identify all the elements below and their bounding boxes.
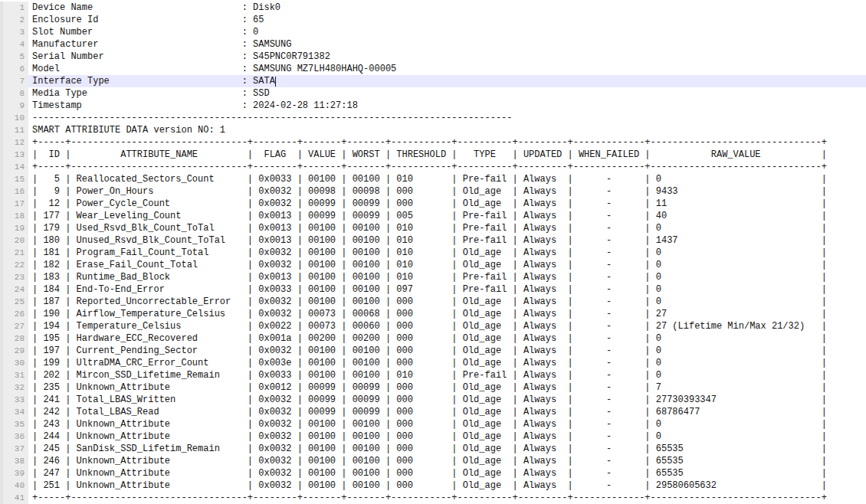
line-number[interactable]: 25	[0, 296, 28, 308]
line-number[interactable]: 10	[0, 112, 28, 124]
editor-line[interactable]: 34| 242 | Total_LBAS_Read | 0x0032 | 000…	[0, 406, 866, 418]
line-number[interactable]: 17	[0, 198, 28, 210]
line-text: +-----+--------------------------------+…	[28, 492, 866, 504]
editor-line[interactable]: 35| 243 | Unknown_Attribute | 0x0032 | 0…	[0, 418, 866, 430]
line-text: +-----+--------------------------------+…	[28, 136, 866, 149]
line-number[interactable]: 36	[0, 430, 28, 443]
editor-line-current[interactable]: 7Interface Type : SATA	[0, 75, 866, 87]
editor-line[interactable]: 9Timestamp : 2024-02-28 11:27:18	[0, 100, 866, 112]
editor-line[interactable]: 32| 235 | Unknown_Attribute | 0x0012 | 0…	[0, 381, 866, 394]
line-number[interactable]: 16	[0, 185, 28, 198]
line-number[interactable]: 28	[0, 332, 28, 345]
line-number[interactable]: 31	[0, 369, 28, 381]
line-text: | 12 | Power_Cycle_Count | 0x0032 | 0009…	[28, 198, 866, 210]
line-number[interactable]: 9	[0, 100, 28, 112]
editor-line[interactable]: 14+-----+-------------------------------…	[0, 161, 866, 173]
line-text: | 183 | Runtime_Bad_Block | 0x0013 | 001…	[28, 271, 866, 283]
line-number[interactable]: 35	[0, 418, 28, 430]
editor-line[interactable]: 26| 190 | Airflow_Temperature_Celsius | …	[0, 308, 866, 320]
line-number[interactable]: 24	[0, 283, 28, 296]
editor-line[interactable]: 21| 181 | Program_Fail_Count_Total | 0x0…	[0, 247, 866, 259]
line-text: SMART ATTRIBIUTE DATA version NO: 1	[28, 124, 866, 136]
line-text: | 180 | Unused_Rsvd_Blk_Count_ToTal | 0x…	[28, 234, 866, 247]
editor-line[interactable]: 27| 194 | Temperature_Celsius | 0x0022 |…	[0, 320, 866, 332]
line-number[interactable]: 30	[0, 357, 28, 369]
line-text: Device Name : Disk0	[28, 2, 866, 14]
editor-line[interactable]: 3Slot Number : 0	[0, 26, 866, 38]
editor-line[interactable]: 39| 247 | Unknown_Attribute | 0x0032 | 0…	[0, 467, 866, 479]
line-number[interactable]: 40	[0, 479, 28, 492]
editor-line[interactable]: 22| 182 | Erase_Fail_Count_Total | 0x003…	[0, 259, 866, 271]
line-number[interactable]: 21	[0, 247, 28, 259]
line-text: | 242 | Total_LBAS_Read | 0x0032 | 00099…	[28, 406, 866, 418]
line-number[interactable]: 6	[0, 63, 28, 75]
editor-line[interactable]: 38| 246 | Unknown_Attribute | 0x0032 | 0…	[0, 455, 866, 467]
editor-line[interactable]: 33| 241 | Total_LBAS_Written | 0x0032 | …	[0, 394, 866, 406]
line-number[interactable]: 5	[0, 51, 28, 63]
line-number[interactable]: 3	[0, 26, 28, 38]
editor-line[interactable]: 20| 180 | Unused_Rsvd_Blk_Count_ToTal | …	[0, 234, 866, 247]
line-text: | 199 | UltraDMA_CRC_Error_Count | 0x003…	[28, 357, 866, 369]
editor-line[interactable]: 23| 183 | Runtime_Bad_Block | 0x0013 | 0…	[0, 271, 866, 283]
editor-line[interactable]: 4Manufacturer : SAMSUNG	[0, 38, 866, 51]
editor-line[interactable]: 15| 5 | Reallocated_Sectors_Count | 0x00…	[0, 173, 866, 185]
line-number[interactable]: 1	[0, 2, 28, 14]
editor-line[interactable]: 13| ID | ATTRIBUTE_NAME | FLAG | VALUE |…	[0, 149, 866, 161]
line-number[interactable]: 18	[0, 210, 28, 222]
editor-line[interactable]: 31| 202 | Mircon_SSD_Lifetime_Remain | 0…	[0, 369, 866, 381]
editor-line[interactable]: 36| 244 | Unknown_Attribute | 0x0032 | 0…	[0, 430, 866, 443]
line-number[interactable]: 4	[0, 38, 28, 51]
editor-line[interactable]: 25| 187 | Reported_Uncorrectable_Error |…	[0, 296, 866, 308]
line-text: Media Type : SSD	[28, 87, 866, 100]
editor-line[interactable]: 10--------------------------------------…	[0, 112, 866, 124]
editor-line[interactable]: 19| 179 | Used_Rsvd_Blk_Count_ToTal | 0x…	[0, 222, 866, 234]
line-number[interactable]: 19	[0, 222, 28, 234]
line-number[interactable]: 27	[0, 320, 28, 332]
line-number[interactable]: 38	[0, 455, 28, 467]
line-number[interactable]: 26	[0, 308, 28, 320]
editor-line[interactable]: 24| 184 | End-To-End_Error | 0x0033 | 00…	[0, 283, 866, 296]
line-number[interactable]: 33	[0, 394, 28, 406]
line-number[interactable]: 41	[0, 492, 28, 504]
editor-line[interactable]: 29| 197 | Current_Pending_Sector | 0x003…	[0, 345, 866, 357]
editor-line[interactable]: 28| 195 | Hardware_ECC_Recovered | 0x001…	[0, 332, 866, 345]
line-number[interactable]: 11	[0, 124, 28, 136]
line-number[interactable]: 32	[0, 381, 28, 394]
text-editor[interactable]: 1Device Name : Disk02Enclosure Id : 653S…	[0, 0, 866, 504]
editor-line[interactable]: 16| 9 | Power_On_Hours | 0x0032 | 00098 …	[0, 185, 866, 198]
editor-line[interactable]: 17| 12 | Power_Cycle_Count | 0x0032 | 00…	[0, 198, 866, 210]
editor-line[interactable]: 40| 251 | Unknown_Attribute | 0x0032 | 0…	[0, 479, 866, 492]
editor-line[interactable]: 37| 245 | SanDisk_SSD_Lifetim_Remain | 0…	[0, 443, 866, 455]
editor-line[interactable]: 1Device Name : Disk0	[0, 2, 866, 14]
line-number[interactable]: 13	[0, 149, 28, 161]
line-number[interactable]: 2	[0, 14, 28, 26]
line-text: | 177 | Wear_Leveling_Count | 0x0013 | 0…	[28, 210, 866, 222]
line-number[interactable]: 14	[0, 161, 28, 173]
editor-line[interactable]: 8Media Type : SSD	[0, 87, 866, 100]
editor-line[interactable]: 41+-----+-------------------------------…	[0, 492, 866, 504]
line-number[interactable]: 20	[0, 234, 28, 247]
editor-line[interactable]: 12+-----+-------------------------------…	[0, 136, 866, 149]
editor-line[interactable]: 6Model : SAMSUNG MZ7LH480HAHQ-00005	[0, 63, 866, 75]
editor-line[interactable]: 30| 199 | UltraDMA_CRC_Error_Count | 0x0…	[0, 357, 866, 369]
editor-line[interactable]: 18| 177 | Wear_Leveling_Count | 0x0013 |…	[0, 210, 866, 222]
line-number[interactable]: 29	[0, 345, 28, 357]
line-number[interactable]: 34	[0, 406, 28, 418]
line-number[interactable]: 12	[0, 136, 28, 149]
editor-line[interactable]: 2Enclosure Id : 65	[0, 14, 866, 26]
line-number[interactable]: 8	[0, 87, 28, 100]
line-text: Enclosure Id : 65	[28, 14, 866, 26]
line-text: Timestamp : 2024-02-28 11:27:18	[28, 100, 866, 112]
line-number[interactable]: 22	[0, 259, 28, 271]
line-text: Interface Type : SATA	[28, 75, 866, 87]
line-number[interactable]: 37	[0, 443, 28, 455]
line-number[interactable]: 39	[0, 467, 28, 479]
line-number[interactable]: 7	[0, 75, 28, 87]
editor-line[interactable]: 5Serial Number : S45PNC0R791382	[0, 51, 866, 63]
line-text: | 182 | Erase_Fail_Count_Total | 0x0032 …	[28, 259, 866, 271]
line-text: Manufacturer : SAMSUNG	[28, 38, 866, 51]
line-number[interactable]: 23	[0, 271, 28, 283]
editor-line[interactable]: 11SMART ATTRIBIUTE DATA version NO: 1	[0, 124, 866, 136]
line-number[interactable]: 15	[0, 173, 28, 185]
editor-lines: 1Device Name : Disk02Enclosure Id : 653S…	[0, 2, 866, 504]
